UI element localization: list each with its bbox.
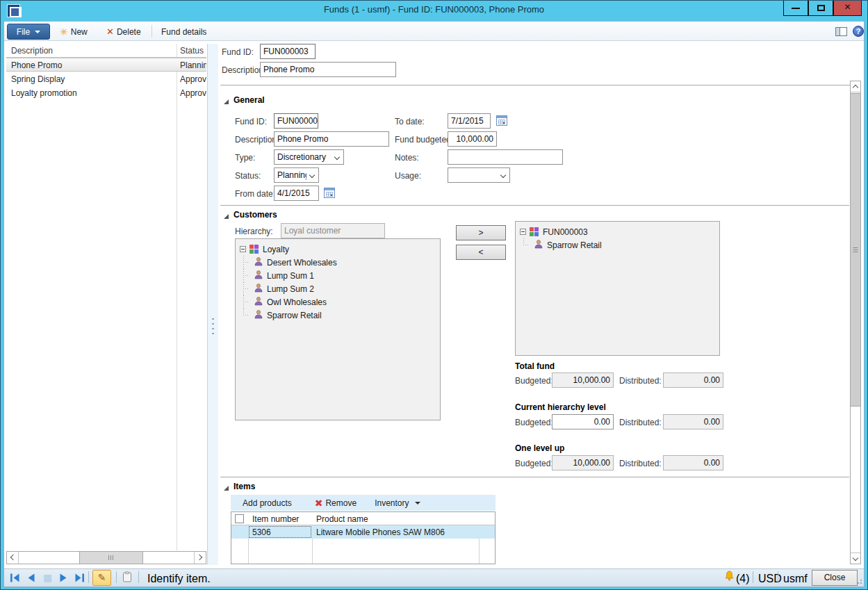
help-icon[interactable] xyxy=(853,26,864,37)
panel-splitter[interactable] xyxy=(207,44,218,565)
distributed-label: Distributed: xyxy=(619,415,662,429)
separator xyxy=(220,205,849,206)
chevron-down-icon xyxy=(35,31,40,33)
scrollbar-thumb[interactable] xyxy=(79,552,143,564)
customer-source-tree[interactable]: Loyalty Desert Wholesales Lump Sum 1 Lum… xyxy=(235,238,441,420)
tab-fund-details[interactable]: Fund details xyxy=(158,24,209,39)
close-form-button[interactable]: Close xyxy=(812,570,858,586)
resize-grip[interactable] xyxy=(857,577,864,584)
fund-list-header[interactable]: Description Status xyxy=(6,44,206,58)
inventory-menu-button[interactable]: Inventory xyxy=(375,498,420,508)
previous-record-button[interactable] xyxy=(26,573,35,585)
calendar-icon[interactable] xyxy=(496,115,507,126)
to-date-field[interactable]: 7/1/2015 xyxy=(448,113,491,129)
file-menu-label: File xyxy=(17,27,30,37)
tree-node-customer[interactable]: Sparrow Retail xyxy=(516,238,719,252)
scrollbar-thumb[interactable] xyxy=(851,93,860,407)
column-divider xyxy=(177,44,177,550)
budgeted-label: Budgeted: xyxy=(515,456,553,470)
clipboard-icon[interactable] xyxy=(122,571,132,585)
new-button[interactable]: New xyxy=(57,24,90,39)
delete-button[interactable]: Delete xyxy=(104,24,144,39)
grid-view-icon[interactable]: ▦ xyxy=(43,573,52,582)
scroll-right-button[interactable] xyxy=(194,552,206,564)
horizontal-scrollbar[interactable] xyxy=(6,551,206,564)
tree-collapse-icon[interactable] xyxy=(520,229,526,235)
tree-item-label: Sparrow Retail xyxy=(267,311,322,320)
notes-label: Notes: xyxy=(395,150,419,165)
tree-node-root[interactable]: Loyalty xyxy=(236,243,440,256)
general-fund-id-field[interactable]: FUN000003 xyxy=(274,113,318,129)
scroll-up-button[interactable] xyxy=(851,81,860,92)
vertical-scrollbar[interactable] xyxy=(850,81,861,564)
column-header-status[interactable]: Status xyxy=(180,46,206,56)
section-expander-icon[interactable] xyxy=(224,214,229,219)
fund-row-selected[interactable]: Phone Promo Planning xyxy=(6,58,206,72)
status-select[interactable]: Planning xyxy=(274,167,319,183)
chevron-down-icon xyxy=(415,502,420,505)
next-record-button[interactable] xyxy=(59,573,68,585)
to-date-label: To date: xyxy=(395,114,425,129)
current-budgeted-field[interactable]: 0.00 xyxy=(552,414,614,429)
item-number-cell: 5306 xyxy=(252,527,271,537)
notification-count[interactable]: (4) xyxy=(736,573,750,585)
tree-node-customer[interactable]: Lump Sum 2 xyxy=(236,282,440,295)
last-record-button[interactable] xyxy=(74,573,85,585)
person-icon xyxy=(254,297,263,308)
tree-node-customer[interactable]: Lump Sum 1 xyxy=(236,269,440,282)
new-label: New xyxy=(71,27,88,37)
notes-field[interactable] xyxy=(448,149,563,165)
column-header-item-number[interactable]: Item number xyxy=(252,514,299,524)
budgeted-label: Budgeted: xyxy=(515,415,553,429)
section-expander-icon[interactable] xyxy=(224,99,229,104)
fund-id-field[interactable]: FUN000003 xyxy=(260,44,316,59)
tree-node-customer[interactable]: Desert Wholesales xyxy=(236,256,440,269)
total-budgeted-field: 10,000.00 xyxy=(552,372,614,388)
scroll-left-button[interactable] xyxy=(7,552,19,564)
file-menu-button[interactable]: File xyxy=(7,24,50,40)
product-name-cell: Litware Mobile Phones SAW M806 xyxy=(316,527,445,537)
column-header-description[interactable]: Description xyxy=(11,46,53,56)
tree-node-root[interactable]: FUN000003 xyxy=(516,225,719,238)
person-icon xyxy=(254,310,263,321)
fund-budgeted-field[interactable]: 10,000.00 xyxy=(448,131,497,147)
fund-row[interactable]: Spring Display Approved xyxy=(6,72,206,86)
maximize-button[interactable] xyxy=(808,1,833,16)
minimize-button[interactable] xyxy=(783,1,808,16)
remove-x-icon xyxy=(315,498,323,509)
category-grid-icon xyxy=(249,245,259,254)
move-right-button[interactable]: > xyxy=(456,225,506,240)
add-products-button[interactable]: Add products xyxy=(243,498,292,508)
type-select[interactable]: Discretionary xyxy=(274,149,344,165)
calendar-icon[interactable] xyxy=(324,188,335,198)
description-field[interactable]: Phone Promo xyxy=(260,62,396,77)
bell-icon[interactable] xyxy=(724,571,735,584)
layout-panes-icon[interactable] xyxy=(835,27,847,36)
tree-collapse-icon[interactable] xyxy=(240,246,246,252)
status-message: Identify item. xyxy=(147,573,211,585)
items-grid: Item number Product name 5306 Litware Mo… xyxy=(231,511,496,564)
close-window-button[interactable] xyxy=(833,1,862,16)
select-all-checkbox[interactable] xyxy=(235,514,244,523)
scroll-down-button[interactable] xyxy=(851,552,860,564)
column-header-product-name[interactable]: Product name xyxy=(316,514,368,524)
tree-item-label: Owl Wholesales xyxy=(267,297,327,307)
customer-target-tree[interactable]: FUN000003 Sparrow Retail xyxy=(515,221,720,356)
tree-node-customer[interactable]: Sparrow Retail xyxy=(236,309,440,322)
tree-node-customer[interactable]: Owl Wholesales xyxy=(236,295,440,309)
from-date-field[interactable]: 4/1/2015 xyxy=(274,186,319,201)
remove-button[interactable]: Remove xyxy=(315,498,357,509)
item-row-selected[interactable]: 5306 Litware Mobile Phones SAW M806 xyxy=(231,525,495,539)
fund-id-label: Fund ID: xyxy=(222,44,254,59)
delete-icon xyxy=(106,26,114,37)
edit-mode-button[interactable] xyxy=(92,570,111,586)
usage-select[interactable] xyxy=(448,167,510,183)
fund-row[interactable]: Loyalty promotion Approved xyxy=(6,86,206,100)
company-indicator[interactable]: usmf xyxy=(783,573,808,585)
section-general-title: General xyxy=(234,95,265,105)
move-left-button[interactable]: < xyxy=(456,245,506,260)
type-value: Discretionary xyxy=(277,152,326,162)
section-expander-icon[interactable] xyxy=(224,486,229,491)
first-record-button[interactable] xyxy=(10,573,20,585)
general-description-field[interactable]: Phone Promo xyxy=(274,131,389,147)
